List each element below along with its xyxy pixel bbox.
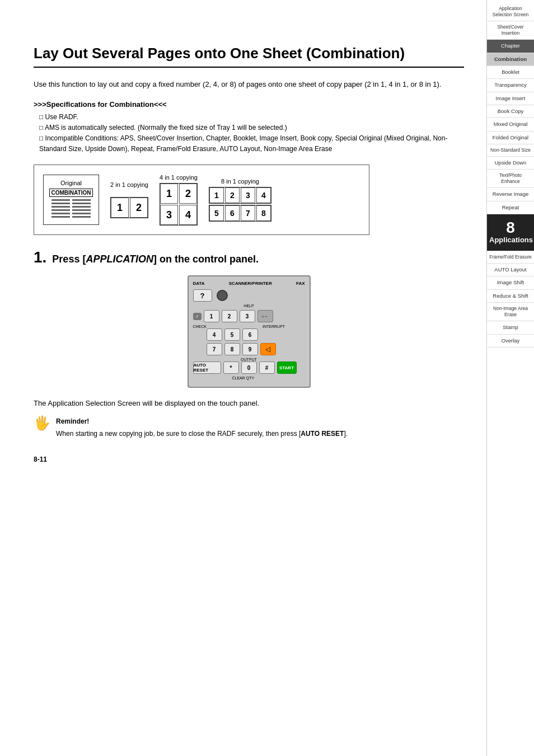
btn-4[interactable]: 4 <box>207 328 222 341</box>
combination-label: COMBINATION <box>49 189 93 197</box>
btn-hash[interactable]: # <box>259 361 275 374</box>
eight-in-one-section: 8 in 1 copying 1 2 3 4 5 6 7 8 <box>209 178 271 222</box>
grid-cell-e1: 1 <box>209 187 224 203</box>
eight-in-one-label: 8 in 1 copying <box>221 178 259 185</box>
btn-2[interactable]: 2 <box>222 310 237 322</box>
reminder-box: 🖐 Reminder! When starting a new copying … <box>34 416 464 439</box>
panel-row-mid: 4 5 6 <box>193 328 305 341</box>
grid-cell-e7: 7 <box>241 205 255 221</box>
applications-label: Applications <box>489 236 532 245</box>
step-text: Press [APPLICATION] on the control panel… <box>52 253 259 265</box>
sidebar-item-frame-fold[interactable]: Frame/Fold Erasure <box>487 251 534 264</box>
sidebar-item-chapter[interactable]: Chapter <box>487 40 534 53</box>
sidebar-item-stamp[interactable]: Stamp <box>487 321 534 334</box>
sidebar-item-image-shift[interactable]: Image Shift <box>487 276 534 289</box>
four-in-one-label: 4 in 1 copying <box>160 174 198 181</box>
grid-cell-f3: 3 <box>160 205 178 225</box>
btn-0[interactable]: 0 <box>241 361 257 374</box>
btn-star[interactable]: * <box>223 361 239 374</box>
sidebar-item-reduce-shift[interactable]: Reduce & Shift <box>487 290 534 303</box>
eight-in-one-grid: 1 2 3 4 5 6 7 8 <box>209 187 271 222</box>
spec-item-3: Incompatible Conditions: APS, Sheet/Cove… <box>39 133 464 154</box>
sidebar-item-upside-down[interactable]: Upside Down <box>487 157 534 170</box>
sidebar-item-mixed-original[interactable]: Mixed Original <box>487 118 534 131</box>
arrow-button[interactable]: ◁ <box>260 343 276 355</box>
grid-cell-f4: 4 <box>179 205 197 225</box>
btn-9[interactable]: 9 <box>242 343 258 355</box>
fax-label: FAX <box>296 281 305 286</box>
control-panel: DATA SCANNER/PRINTER FAX ? HELP ✓ 1 2 <box>188 275 311 388</box>
btn-5[interactable]: 5 <box>224 328 240 341</box>
sidebar-item-folded-original[interactable]: Folded Original <box>487 132 534 144</box>
sidebar-item-overlay[interactable]: Overlay <box>487 335 534 348</box>
sidebar-item-transparency[interactable]: Transparency <box>487 79 534 92</box>
panel-row-0: AUTO RESET * 0 # START <box>193 361 305 374</box>
panel-top-row: DATA SCANNER/PRINTER FAX <box>193 281 305 286</box>
sidebar-item-non-standard-size[interactable]: Non-Standard Size <box>487 144 534 157</box>
application-button[interactable] <box>217 290 228 301</box>
sidebar-item-booklet[interactable]: Booklet <box>487 66 534 79</box>
grid-cell-e3: 3 <box>241 187 255 203</box>
grid-cell-e8: 8 <box>256 205 271 221</box>
sidebar-item-non-image-area[interactable]: Non-Image Area Erase <box>487 303 534 321</box>
btn-8[interactable]: 8 <box>224 343 240 355</box>
grid-cell-e6: 6 <box>225 205 240 221</box>
help-button[interactable]: ? <box>193 289 212 302</box>
btn-7[interactable]: 7 <box>207 343 222 355</box>
output-label: OUTPUT <box>193 358 305 361</box>
auto-reset-button[interactable]: AUTO RESET <box>193 361 221 374</box>
sidebar-item-image-insert[interactable]: Image Insert <box>487 92 534 105</box>
panel-keypad: ✓ 1 2 3 ○← CHECKINTERRUPT 4 5 6 7 8 <box>193 310 305 380</box>
four-in-one-section: 4 in 1 copying 1 2 3 4 <box>160 174 198 226</box>
main-content: Lay Out Several Pages onto One Sheet (Co… <box>0 0 486 756</box>
btn-6[interactable]: 6 <box>242 328 258 341</box>
panel-top-buttons: ? HELP <box>193 289 305 308</box>
step-number: 1. <box>34 248 46 266</box>
sidebar-item-book-copy[interactable]: Book Copy <box>487 105 534 118</box>
btn-3[interactable]: 3 <box>240 310 255 322</box>
sidebar-item-auto-layout[interactable]: AUTO Layout <box>487 264 534 276</box>
spec-item-2: AMS is automatically selected. (Normally… <box>39 123 464 133</box>
specs-list: Use RADF. AMS is automatically selected.… <box>34 112 464 155</box>
interrupt-button[interactable]: ○← <box>257 310 273 322</box>
two-in-one-section: 2 in 1 copying 1 2 <box>110 181 148 218</box>
sidebar-item-text-photo[interactable]: Text/Photo Enhance <box>487 170 534 188</box>
spacer-2 <box>193 343 204 355</box>
step-1-heading: 1. Press [APPLICATION] on the control pa… <box>34 248 464 266</box>
sidebar-item-combination[interactable]: Combination <box>487 53 534 66</box>
two-in-one-grid: 1 2 <box>110 197 148 218</box>
spec-item-1: Use RADF. <box>39 112 464 123</box>
check-label: CHECKINTERRUPT <box>193 325 305 328</box>
control-panel-wrapper: DATA SCANNER/PRINTER FAX ? HELP ✓ 1 2 <box>34 275 464 388</box>
reminder-text: When starting a new copying job, be sure… <box>56 429 348 439</box>
start-button[interactable]: START <box>277 361 297 374</box>
grid-cell-e5: 5 <box>209 205 224 221</box>
sidebar-item-application-selection[interactable]: Application Selection Screen <box>487 3 534 21</box>
spacer-1 <box>193 328 204 341</box>
grid-cell-f1: 1 <box>160 184 178 204</box>
grid-cell-1: 1 <box>111 198 129 218</box>
reminder-icon: 🖐 <box>34 416 50 430</box>
intro-text: Use this function to lay out and copy a … <box>34 79 464 90</box>
btn-1[interactable]: 1 <box>204 310 219 322</box>
page-title: Lay Out Several Pages onto One Sheet (Co… <box>34 45 464 68</box>
scanner-printer-label: SCANNER/PRINTER <box>229 281 272 286</box>
panel-row-help: ? <box>193 289 305 302</box>
sidebar-item-reverse-image[interactable]: Reverse Image <box>487 188 534 201</box>
specs-box: >>>Specifications for Combination<<< Use… <box>34 100 464 155</box>
original-box: Original COMBINATION <box>43 175 99 225</box>
check-button[interactable]: ✓ <box>193 313 202 320</box>
grid-cell-e2: 2 <box>225 187 240 203</box>
four-in-one-grid: 1 2 3 4 <box>160 183 198 226</box>
grid-cell-f2: 2 <box>179 184 197 204</box>
page-number: 8-11 <box>34 456 464 463</box>
sidebar-item-repeat[interactable]: Repeat <box>487 201 534 214</box>
grid-cell-2: 2 <box>130 198 148 218</box>
result-text: The Application Selection Screen will be… <box>34 399 464 407</box>
data-label: DATA <box>193 281 205 286</box>
lines-block <box>51 199 91 219</box>
sidebar-item-sheet-cover[interactable]: Sheet/Cover Insertion <box>487 21 534 40</box>
grid-cell-e4: 4 <box>256 187 271 203</box>
sidebar: Application Selection Screen Sheet/Cover… <box>486 0 534 756</box>
sidebar-item-applications[interactable]: 8 Applications <box>487 214 534 251</box>
